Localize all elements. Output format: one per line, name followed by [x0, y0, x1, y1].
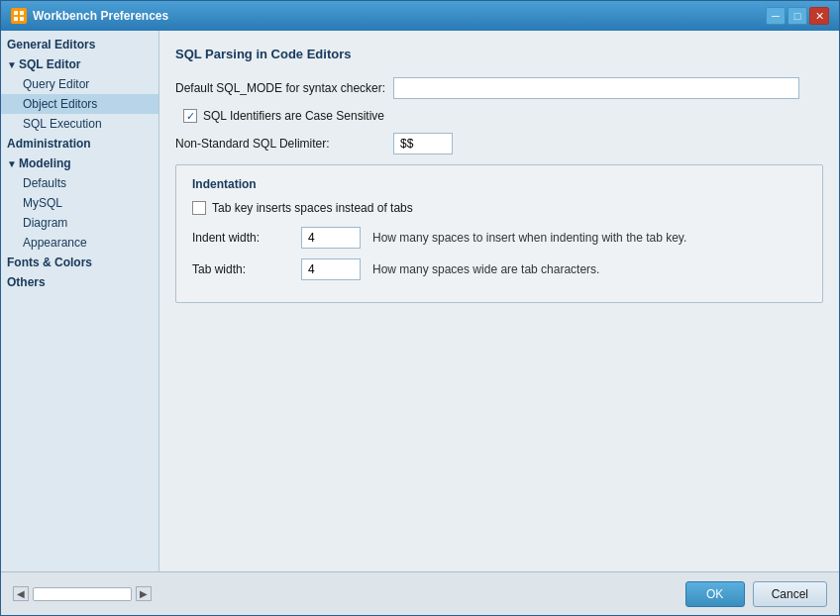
sidebar-label-sql-execution: SQL Execution	[23, 117, 102, 131]
sql-mode-row: Default SQL_MODE for syntax checker:	[175, 77, 823, 99]
cancel-button[interactable]: Cancel	[753, 581, 827, 607]
indent-width-row: Indent width: How many spaces to insert …	[192, 227, 806, 249]
indent-width-input[interactable]	[301, 227, 361, 249]
title-bar-left: Workbench Preferences	[11, 8, 168, 24]
window-title: Workbench Preferences	[33, 9, 168, 23]
sidebar-label-diagram: Diagram	[23, 216, 67, 230]
close-button[interactable]: ✕	[809, 7, 829, 25]
scroll-left-arrow[interactable]: ◀	[13, 586, 29, 601]
sidebar-item-query-editor[interactable]: Query Editor	[1, 74, 158, 94]
tab-width-desc: How many spaces wide are tab characters.	[372, 262, 599, 276]
indentation-section: Indentation Tab key inserts spaces inste…	[175, 164, 823, 303]
title-controls: ─ □ ✕	[766, 7, 829, 25]
footer-scrollbar: ◀ ▶	[13, 586, 152, 601]
svg-rect-1	[20, 11, 24, 15]
sidebar-toggle-sql-editor[interactable]: ▼	[7, 59, 19, 70]
sidebar: General Editors▼ SQL EditorQuery EditorO…	[1, 31, 159, 571]
sidebar-label-object-editors: Object Editors	[23, 97, 97, 111]
sidebar-toggle-modeling[interactable]: ▼	[7, 158, 19, 169]
case-sensitive-label: SQL Identifiers are Case Sensitive	[203, 109, 384, 123]
sidebar-item-sql-editor[interactable]: ▼ SQL Editor	[1, 54, 158, 74]
ok-button[interactable]: OK	[685, 581, 745, 607]
svg-rect-0	[14, 11, 18, 15]
sidebar-item-others[interactable]: Others	[1, 272, 158, 292]
sidebar-item-administration[interactable]: Administration	[1, 134, 158, 154]
case-sensitive-checkbox[interactable]	[183, 109, 197, 123]
sidebar-item-diagram[interactable]: Diagram	[1, 213, 158, 233]
sidebar-label-fonts-colors: Fonts & Colors	[7, 256, 92, 269]
delimiter-label: Non-Standard SQL Delimiter:	[175, 137, 393, 151]
sidebar-item-appearance[interactable]: Appearance	[1, 233, 158, 253]
sidebar-item-object-editors[interactable]: Object Editors	[1, 94, 158, 114]
preferences-window: Workbench Preferences ─ □ ✕ General Edit…	[0, 0, 840, 616]
title-bar: Workbench Preferences ─ □ ✕	[1, 1, 839, 31]
sidebar-item-general-editors[interactable]: General Editors	[1, 35, 158, 54]
sidebar-label-mysql: MySQL	[23, 196, 62, 210]
footer-buttons: OK Cancel	[685, 581, 827, 607]
sql-mode-label: Default SQL_MODE for syntax checker:	[175, 81, 393, 95]
tab-width-label: Tab width:	[192, 262, 301, 276]
section-title: SQL Parsing in Code Editors	[175, 47, 823, 65]
svg-rect-2	[14, 17, 18, 21]
main-content-area: General Editors▼ SQL EditorQuery EditorO…	[1, 31, 839, 571]
sidebar-label-general-editors: General Editors	[7, 38, 95, 51]
footer: ◀ ▶ OK Cancel	[1, 571, 839, 615]
indent-width-label: Indent width:	[192, 231, 301, 245]
tab-width-input[interactable]	[301, 258, 361, 280]
sidebar-item-fonts-colors[interactable]: Fonts & Colors	[1, 253, 158, 272]
indent-width-desc: How many spaces to insert when indenting…	[372, 231, 686, 245]
delimiter-row: Non-Standard SQL Delimiter:	[175, 133, 823, 154]
delimiter-input[interactable]	[393, 133, 453, 154]
sidebar-label-modeling: Modeling	[19, 156, 71, 170]
app-icon	[11, 8, 27, 24]
sidebar-label-defaults: Defaults	[23, 176, 66, 190]
tab-spaces-label: Tab key inserts spaces instead of tabs	[212, 201, 413, 215]
sidebar-item-defaults[interactable]: Defaults	[1, 173, 158, 193]
sidebar-item-sql-execution[interactable]: SQL Execution	[1, 114, 158, 134]
sidebar-label-sql-editor: SQL Editor	[19, 57, 80, 71]
sidebar-item-modeling[interactable]: ▼ Modeling	[1, 154, 158, 173]
scroll-track[interactable]	[33, 587, 132, 601]
case-sensitive-row: SQL Identifiers are Case Sensitive	[183, 109, 823, 123]
scroll-right-arrow[interactable]: ▶	[136, 586, 152, 601]
sidebar-label-others: Others	[7, 275, 46, 289]
sidebar-label-query-editor: Query Editor	[23, 77, 89, 91]
sidebar-label-appearance: Appearance	[23, 236, 87, 250]
maximize-button[interactable]: □	[788, 7, 807, 25]
sql-mode-input[interactable]	[393, 77, 799, 99]
sidebar-item-mysql[interactable]: MySQL	[1, 193, 158, 213]
main-panel: SQL Parsing in Code Editors Default SQL_…	[159, 31, 839, 571]
indentation-title: Indentation	[192, 177, 806, 191]
tab-width-row: Tab width: How many spaces wide are tab …	[192, 258, 806, 280]
svg-rect-3	[20, 17, 24, 21]
sidebar-label-administration: Administration	[7, 137, 91, 151]
tab-spaces-checkbox[interactable]	[192, 201, 206, 215]
minimize-button[interactable]: ─	[766, 7, 786, 25]
tab-spaces-row: Tab key inserts spaces instead of tabs	[192, 201, 806, 215]
